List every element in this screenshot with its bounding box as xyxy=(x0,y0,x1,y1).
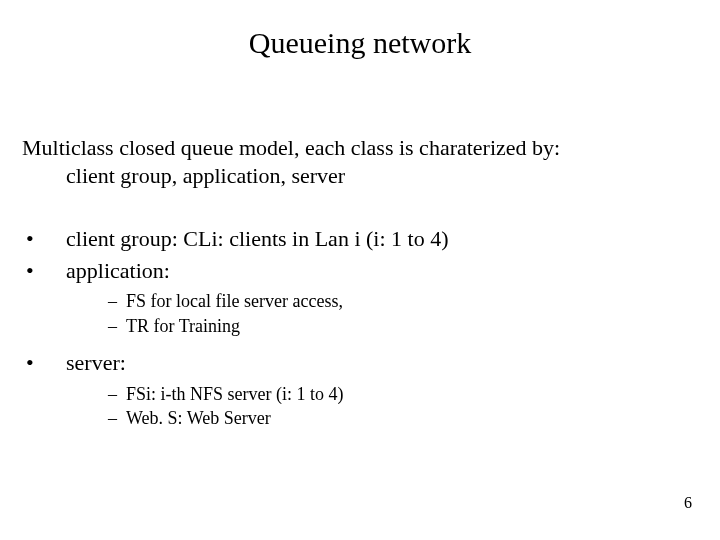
list-item: • client group: CLi: clients in Lan i (i… xyxy=(22,225,698,253)
slide: Queueing network Multiclass closed queue… xyxy=(0,0,720,540)
sub-list-item: – FSi: i-th NFS server (i: 1 to 4) xyxy=(108,383,698,406)
dash-icon: – xyxy=(108,315,126,338)
bullet-icon: • xyxy=(22,349,66,377)
sub-list-item-text: FS for local file server access, xyxy=(126,290,343,313)
page-number: 6 xyxy=(684,494,692,512)
sub-list-item: – Web. S: Web Server xyxy=(108,407,698,430)
bullet-icon: • xyxy=(22,225,66,253)
list-item-text: server: xyxy=(66,349,698,377)
list-item: • application: xyxy=(22,257,698,285)
dash-icon: – xyxy=(108,407,126,430)
intro-line-2: client group, application, server xyxy=(22,162,698,190)
sub-list-item-text: FSi: i-th NFS server (i: 1 to 4) xyxy=(126,383,344,406)
sub-list-item-text: TR for Training xyxy=(126,315,240,338)
sub-list-item: – TR for Training xyxy=(108,315,698,338)
intro-paragraph: Multiclass closed queue model, each clas… xyxy=(22,134,698,189)
sub-list-item-text: Web. S: Web Server xyxy=(126,407,271,430)
sub-list: – FSi: i-th NFS server (i: 1 to 4) – Web… xyxy=(22,383,698,430)
dash-icon: – xyxy=(108,290,126,313)
sub-list-item: – FS for local file server access, xyxy=(108,290,698,313)
list-item: • server: xyxy=(22,349,698,377)
list-item-text: client group: CLi: clients in Lan i (i: … xyxy=(66,225,698,253)
slide-body: Multiclass closed queue model, each clas… xyxy=(0,134,720,430)
sub-list: – FS for local file server access, – TR … xyxy=(22,290,698,337)
slide-title: Queueing network xyxy=(0,0,720,60)
bullet-icon: • xyxy=(22,257,66,285)
list-item-text: application: xyxy=(66,257,698,285)
dash-icon: – xyxy=(108,383,126,406)
intro-line-1: Multiclass closed queue model, each clas… xyxy=(22,134,698,162)
